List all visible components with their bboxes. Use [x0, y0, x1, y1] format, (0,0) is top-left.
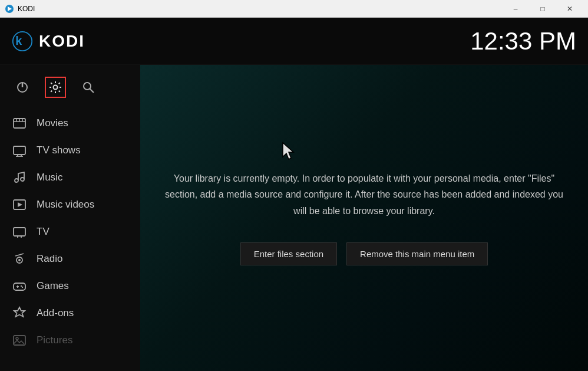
- pictures-icon: [12, 333, 27, 348]
- sidebar-item-tv[interactable]: TV: [0, 218, 140, 245]
- header-logo: k KODI: [12, 31, 85, 52]
- tv-label: TV: [37, 226, 49, 238]
- pictures-label: Pictures: [37, 334, 72, 346]
- main-layout: Movies TV shows Music Music videos: [0, 65, 588, 371]
- movies-label: Movies: [37, 117, 68, 129]
- title-bar: KODI – □ ✕: [0, 0, 588, 18]
- sidebar-item-movies[interactable]: Movies: [0, 110, 140, 137]
- sidebar-item-addons[interactable]: Add-ons: [0, 300, 140, 327]
- header: k KODI 12:33 PM: [0, 18, 588, 65]
- kodi-logo-icon: k: [12, 31, 33, 52]
- power-icon: [16, 81, 29, 94]
- music-label: Music: [37, 172, 62, 183]
- radio-icon: [12, 251, 27, 267]
- movies-icon: [12, 116, 27, 131]
- content-area: Your library is currently empty. In orde…: [140, 65, 588, 371]
- svg-rect-14: [14, 146, 25, 155]
- svg-marker-34: [283, 143, 293, 159]
- svg-point-33: [16, 337, 18, 340]
- svg-rect-27: [14, 283, 25, 290]
- minimize-button[interactable]: –: [502, 0, 529, 18]
- sidebar: Movies TV shows Music Music videos: [0, 65, 140, 371]
- tvshows-icon: [12, 143, 27, 158]
- title-bar-title: KODI: [18, 5, 35, 13]
- title-bar-left: KODI: [5, 4, 35, 14]
- sidebar-item-radio[interactable]: Radio: [0, 245, 140, 272]
- sidebar-item-games[interactable]: Games: [0, 272, 140, 300]
- remove-menu-item-button[interactable]: Remove this main menu item: [346, 242, 488, 265]
- svg-text:k: k: [15, 34, 22, 47]
- music-icon: [12, 170, 27, 185]
- kodi-title-icon: [5, 4, 14, 14]
- tv-icon: [12, 224, 27, 239]
- header-time: 12:33 PM: [470, 27, 576, 55]
- enter-files-button[interactable]: Enter files section: [240, 242, 337, 265]
- musicvideos-icon: [12, 197, 27, 212]
- search-button[interactable]: [78, 77, 99, 98]
- svg-point-7: [84, 83, 91, 90]
- cursor: [282, 142, 298, 162]
- sidebar-item-pictures[interactable]: Pictures: [0, 327, 140, 354]
- svg-point-19: [21, 178, 24, 181]
- svg-point-30: [21, 285, 22, 287]
- kodi-logo-text: KODI: [39, 32, 85, 51]
- svg-marker-21: [18, 202, 22, 207]
- musicvideos-label: Music videos: [37, 199, 94, 211]
- empty-library-message: Your library is currently empty. In orde…: [164, 170, 564, 219]
- games-icon: [12, 278, 27, 294]
- svg-line-8: [90, 89, 94, 93]
- power-button[interactable]: [12, 77, 33, 98]
- games-label: Games: [37, 280, 69, 292]
- close-button[interactable]: ✕: [556, 0, 583, 18]
- sidebar-item-music[interactable]: Music: [0, 164, 140, 191]
- action-buttons: Enter files section Remove this main men…: [240, 242, 488, 265]
- sidebar-item-musicvideos[interactable]: Music videos: [0, 191, 140, 218]
- sidebar-controls: [0, 71, 140, 110]
- search-icon: [82, 81, 95, 94]
- svg-rect-22: [14, 228, 25, 236]
- svg-point-31: [22, 287, 23, 288]
- svg-point-6: [54, 86, 58, 90]
- tvshows-label: TV shows: [37, 145, 81, 156]
- maximize-button[interactable]: □: [529, 0, 556, 18]
- settings-icon: [49, 81, 62, 94]
- svg-point-26: [18, 259, 21, 261]
- settings-button[interactable]: [45, 77, 66, 98]
- radio-label: Radio: [37, 253, 62, 265]
- addons-icon: [12, 306, 27, 321]
- addons-label: Add-ons: [37, 307, 74, 319]
- sidebar-item-tvshows[interactable]: TV shows: [0, 137, 140, 164]
- title-bar-controls: – □ ✕: [502, 0, 583, 18]
- app-container: k KODI 12:33 PM: [0, 18, 588, 371]
